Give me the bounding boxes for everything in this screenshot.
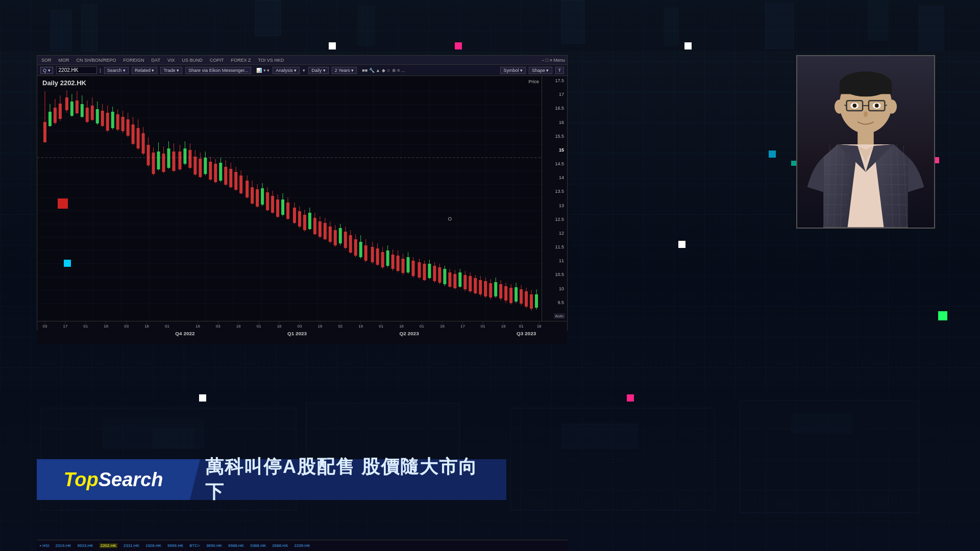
price-9-5: 9.5: [543, 300, 566, 305]
indicator-dot-2: [455, 42, 462, 49]
svg-text:03: 03: [298, 324, 302, 329]
nav-search[interactable]: Search ▾: [104, 67, 129, 74]
nav-daily[interactable]: Daily ▾: [308, 67, 329, 74]
svg-rect-219: [469, 276, 472, 291]
top-label: Top: [64, 469, 99, 490]
svg-rect-243: [530, 294, 533, 309]
nav-share[interactable]: Share via Eikon Messenger...: [185, 67, 251, 74]
tab-dat[interactable]: DAT: [150, 58, 162, 63]
cyan-dot-2: [791, 161, 796, 166]
lower-third-banner: TopSearch 萬科叫停A股配售 股價隨大市向下: [37, 459, 506, 500]
presenter-figure: [797, 55, 934, 229]
svg-rect-155: [303, 215, 306, 230]
nav-2years[interactable]: 2 Years ▾: [332, 67, 357, 74]
svg-rect-101: [162, 154, 165, 172]
svg-rect-153: [298, 211, 301, 227]
svg-rect-157: [308, 213, 311, 229]
nav-symbol[interactable]: Symbol ▾: [500, 67, 526, 74]
toolbar-tabs: SOR MOR CN SH/BON/REPO FOREIGN DAT VIX U…: [39, 58, 286, 63]
svg-rect-105: [172, 152, 175, 171]
price-14-5: 14.5: [543, 161, 566, 166]
svg-rect-87: [127, 119, 130, 136]
tab-foreign[interactable]: FOREIGN: [121, 58, 146, 63]
svg-rect-75: [96, 109, 99, 123]
svg-text:16: 16: [399, 324, 404, 329]
tab-vix[interactable]: VIX: [165, 58, 177, 63]
svg-text:16: 16: [277, 324, 282, 329]
indicator-dot-6: [627, 394, 634, 402]
ticker-hsi: ▪ HSI: [40, 543, 49, 548]
svg-rect-231: [499, 284, 502, 298]
svg-rect-67: [76, 101, 79, 113]
svg-rect-59: [54, 108, 57, 123]
svg-rect-161: [318, 221, 322, 237]
indicator-dot-3: [684, 42, 692, 49]
nav-q-btn[interactable]: Q ▾: [40, 67, 53, 74]
tab-us-bund[interactable]: US BUND: [180, 58, 205, 63]
price-axis: 17.5 17 16.5 16 15.5 15 14.5 14 13.5 13 …: [542, 76, 567, 321]
svg-rect-71: [86, 108, 89, 122]
svg-rect-205: [433, 266, 436, 281]
svg-rect-233: [504, 286, 507, 300]
search-label: Search: [99, 469, 163, 490]
svg-text:18: 18: [537, 324, 542, 329]
price-13-5: 13.5: [543, 189, 566, 194]
svg-rect-237: [514, 287, 518, 302]
svg-rect-115: [199, 159, 202, 177]
svg-rect-227: [489, 283, 492, 297]
nav-related[interactable]: Related ▾: [132, 67, 158, 74]
chart-title: Daily 2202.HK: [42, 79, 86, 87]
green-indicator: [938, 311, 947, 320]
ticker-2202-active: 2202.HK: [100, 543, 117, 548]
svg-rect-181: [371, 247, 374, 262]
tab-cn-sh[interactable]: CN SH/BON/REPO: [75, 58, 118, 63]
ticker-2319: 2319.HK: [55, 543, 71, 548]
ticker-2331: 2331.HK: [124, 543, 139, 548]
svg-rect-241: [525, 291, 528, 307]
svg-rect-123: [219, 163, 222, 181]
svg-rect-97: [152, 153, 155, 174]
svg-rect-113: [193, 157, 197, 174]
time-axis: 03 17 01 16 03 16 01 Q4 2022 16 03 16 01…: [37, 321, 567, 344]
tab-copit[interactable]: COPIT: [208, 58, 226, 63]
nav-separator: |: [100, 68, 101, 73]
nav-t[interactable]: T: [555, 67, 565, 74]
price-17: 17: [543, 92, 566, 97]
price-11-5: 11.5: [543, 244, 566, 249]
tab-forex[interactable]: FOREX Z: [229, 58, 253, 63]
svg-text:Q1 2023: Q1 2023: [287, 331, 307, 336]
ticker-3690: 3690.HK: [206, 543, 222, 548]
svg-rect-163: [324, 223, 327, 239]
price-10: 10: [543, 286, 566, 291]
chart-window-controls[interactable]: − □ ≡ Menu: [542, 58, 565, 63]
svg-rect-203: [428, 264, 431, 278]
symbol-input[interactable]: [56, 66, 97, 74]
tab-sor[interactable]: SOR: [39, 58, 54, 63]
chart-toolbar[interactable]: SOR MOR CN SH/BON/REPO FOREIGN DAT VIX U…: [37, 56, 567, 65]
news-headline: 萬科叫停A股配售 股價隨大市向下: [205, 455, 494, 505]
tab-toi[interactable]: TOI VS HKD: [256, 58, 286, 63]
svg-rect-215: [458, 272, 461, 287]
svg-rect-69: [81, 104, 84, 117]
price-13: 13: [543, 203, 566, 208]
svg-rect-121: [214, 164, 217, 182]
svg-rect-179: [364, 245, 368, 261]
ticker-0388: 0388.HK: [250, 543, 266, 548]
svg-rect-85: [121, 117, 125, 131]
nav-trade[interactable]: Trade ▾: [160, 67, 182, 74]
price-14: 14: [543, 175, 566, 180]
svg-rect-95: [147, 145, 150, 165]
svg-rect-235: [509, 288, 512, 303]
nav-shape[interactable]: Shape ▾: [529, 67, 552, 74]
svg-rect-107: [178, 152, 181, 169]
svg-text:01: 01: [257, 324, 261, 329]
svg-rect-199: [418, 262, 421, 278]
tab-mor[interactable]: MOR: [57, 58, 71, 63]
svg-rect-81: [111, 112, 114, 128]
svg-point-316: [835, 99, 845, 114]
svg-rect-131: [239, 176, 242, 193]
lower-third-left: TopSearch: [37, 459, 190, 500]
nav-analysis[interactable]: Analysis ▾: [273, 67, 300, 74]
svg-rect-229: [494, 282, 497, 296]
price-10-5: 10.5: [543, 272, 566, 277]
